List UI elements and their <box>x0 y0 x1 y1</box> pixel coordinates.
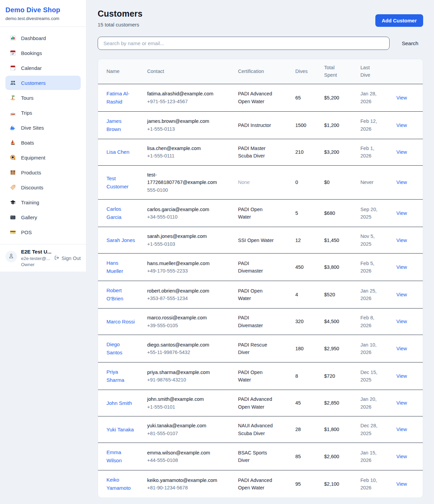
products-icon <box>10 169 16 175</box>
customer-dives: 0 <box>295 180 298 185</box>
shop-domain: demo.test.divestreams.com <box>5 16 81 21</box>
customer-phone: +1-555-0103 <box>147 240 235 248</box>
sidebar-item-trips[interactable]: Trips <box>5 106 81 120</box>
customer-name-link[interactable]: Keiko Yamamoto <box>106 476 136 492</box>
customer-total-spent: $2,100 <box>324 481 339 487</box>
customer-name-link[interactable]: Emma Wilson <box>106 448 136 465</box>
table-row: Robert O'Brien robert.obrien@example.com… <box>98 281 423 309</box>
view-link[interactable]: View <box>396 346 407 351</box>
table-row: Emma Wilson emma.wilson@example.com+44-5… <box>98 443 423 470</box>
column-header-certification: Certification <box>238 59 295 84</box>
view-link[interactable]: View <box>396 123 407 128</box>
dashboard-icon <box>10 35 16 41</box>
customer-last-dive: Dec 28, 2025 <box>360 422 384 437</box>
view-link[interactable]: View <box>396 210 407 216</box>
customer-name-link[interactable]: Sarah Jones <box>106 236 135 244</box>
search-button[interactable]: Search <box>402 40 418 46</box>
customer-name-link[interactable]: Yuki Tanaka <box>106 426 134 434</box>
user-email: e2e-tester@... <box>21 256 54 261</box>
customer-name-link[interactable]: James Brown <box>106 117 136 133</box>
customer-certification: PADI Divemaster <box>238 314 275 329</box>
dive-sites-icon <box>10 125 16 131</box>
sidebar-item-tours[interactable]: Tours <box>5 91 81 105</box>
view-link[interactable]: View <box>396 319 407 324</box>
customer-phone: +971-55-123-4567 <box>147 98 235 105</box>
sign-out-button[interactable]: Sign Out <box>54 255 81 261</box>
avatar <box>5 251 17 262</box>
customer-total-spent: $520 <box>324 292 335 297</box>
customer-name-link[interactable]: Hans Mueller <box>106 259 136 275</box>
column-header-actions <box>396 59 423 84</box>
view-link[interactable]: View <box>396 292 407 297</box>
search-input[interactable] <box>98 37 390 50</box>
view-link[interactable]: View <box>396 95 407 100</box>
sidebar-item-gallery[interactable]: Gallery <box>5 210 81 224</box>
view-link[interactable]: View <box>396 264 407 270</box>
customer-phone: +91-98765-43210 <box>147 376 235 384</box>
table-header-row: Name Contact Certification Dives Total S… <box>98 59 423 84</box>
customer-total-spent: $3,800 <box>324 264 339 270</box>
customer-last-dive: Jan 28, 2026 <box>360 90 384 105</box>
sidebar-item-training[interactable]: Training <box>5 195 81 209</box>
customer-name-link[interactable]: Test Customer <box>106 174 136 191</box>
gallery-icon <box>10 214 16 220</box>
customer-last-dive: Jan 10, 2026 <box>360 341 384 356</box>
customer-email: lisa.chen@example.com <box>147 145 220 152</box>
customer-dives: 4 <box>295 292 298 297</box>
customer-dives: 180 <box>295 346 303 351</box>
customer-name-link[interactable]: Diego Santos <box>106 340 136 357</box>
customer-certification: PADI Divemaster <box>238 260 275 275</box>
bookings-icon: 17 <box>10 50 16 56</box>
customer-total-spent: $2,600 <box>324 454 339 459</box>
table-row: Keiko Yamamoto keiko.yamamoto@example.co… <box>98 470 423 498</box>
customer-name-link[interactable]: Priya Sharma <box>106 368 136 384</box>
customer-phone: +49-170-555-2233 <box>147 267 235 275</box>
user-info: E2E Test U... e2e-tester@... Sign Out Ow… <box>21 249 81 267</box>
search-row: Search <box>98 37 423 50</box>
customer-certification: PADI Open Water <box>238 369 275 384</box>
customer-name-link[interactable]: Carlos Garcia <box>106 205 136 221</box>
customer-name-link[interactable]: Lisa Chen <box>106 148 130 156</box>
customer-email: test-1772681807767@example.com <box>147 171 220 186</box>
customer-name-link[interactable]: John Smith <box>106 399 132 407</box>
customer-total-spent: $1,450 <box>324 238 339 243</box>
sidebar-item-customers[interactable]: Customers <box>5 76 81 90</box>
customer-last-dive: Sep 20, 2025 <box>360 206 384 221</box>
view-link[interactable]: View <box>396 481 407 487</box>
sidebar-item-dashboard[interactable]: Dashboard <box>5 31 81 45</box>
view-link[interactable]: View <box>396 149 407 155</box>
sidebar-item-products[interactable]: Products <box>5 165 81 180</box>
sidebar-item-boats[interactable]: Boats <box>5 135 81 150</box>
customer-certification: PADI Advanced Open Water <box>238 90 275 105</box>
view-link[interactable]: View <box>396 400 407 406</box>
shop-name: Demo Dive Shop <box>5 6 81 14</box>
customer-dives: 45 <box>295 400 301 406</box>
view-link[interactable]: View <box>396 454 407 459</box>
table-row: Carlos Garcia carlos.garcia@example.com+… <box>98 200 423 227</box>
customer-dives: 95 <box>295 481 301 487</box>
sidebar-item-calendar[interactable]: Calendar <box>5 61 81 75</box>
customer-phone: +1-555-0101 <box>147 403 235 411</box>
customer-last-dive: Feb 5, 2026 <box>360 260 384 275</box>
boats-icon <box>10 139 16 146</box>
customer-phone: +81-555-0107 <box>147 430 235 437</box>
sidebar-item-bookings[interactable]: 17 Bookings <box>5 46 81 60</box>
customer-name-link[interactable]: Fatima Al-Rashid <box>106 90 136 106</box>
view-link[interactable]: View <box>396 427 407 432</box>
view-link[interactable]: View <box>396 373 407 379</box>
view-link[interactable]: View <box>396 238 407 243</box>
sidebar-item-equipment[interactable]: Equipment <box>5 150 81 165</box>
customer-name-link[interactable]: Robert O'Brien <box>106 286 136 303</box>
customer-email: yuki.tanaka@example.com <box>147 422 220 429</box>
customer-last-dive: Never <box>360 179 374 186</box>
sidebar-item-pos[interactable]: POS <box>5 225 81 239</box>
add-customer-button[interactable]: Add Customer <box>375 14 423 27</box>
customer-phone: +44-555-0108 <box>147 456 235 464</box>
sidebar-item-discounts[interactable]: Discounts <box>5 180 81 194</box>
customer-name-link[interactable]: Marco Rossi <box>106 318 135 326</box>
customer-phone: +39-555-0105 <box>147 322 235 329</box>
sidebar-item-dive-sites[interactable]: Dive Sites <box>5 120 81 135</box>
customer-email: fatima.alrashid@example.com <box>147 90 220 97</box>
person-icon <box>8 253 14 260</box>
view-link[interactable]: View <box>396 180 407 185</box>
